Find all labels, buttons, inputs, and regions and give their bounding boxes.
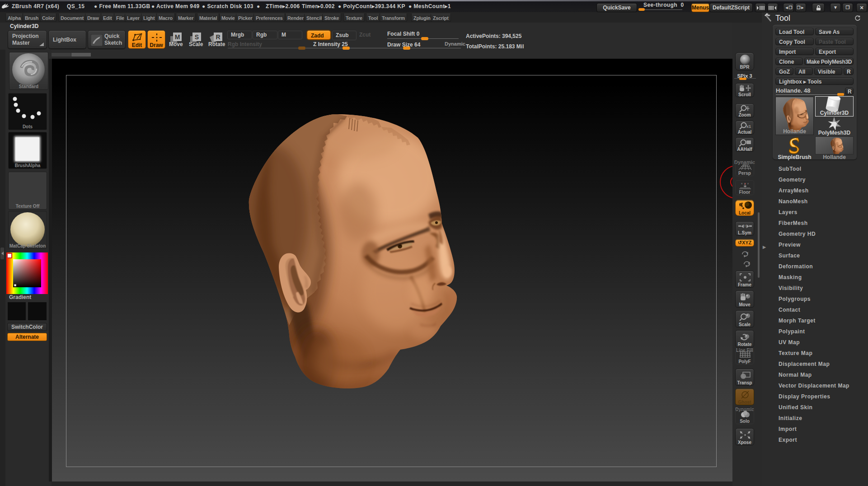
svg-text:y: y <box>744 182 746 185</box>
svg-text:x: x <box>741 182 743 185</box>
svg-text:Z: Z <box>748 261 750 265</box>
svg-text:M: M <box>175 33 180 41</box>
svg-text:S: S <box>195 33 199 41</box>
svg-text:Y: Y <box>746 251 749 255</box>
svg-text:x1: x1 <box>746 124 751 129</box>
svg-text:!: ! <box>745 224 746 228</box>
svg-text:R: R <box>216 33 220 41</box>
svg-text:z: z <box>747 182 749 185</box>
